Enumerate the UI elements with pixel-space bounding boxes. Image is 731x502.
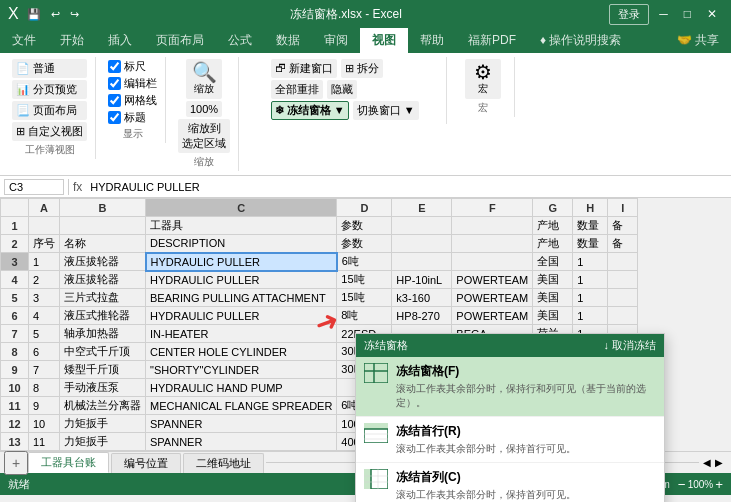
cell-1D[interactable]: 参数: [337, 217, 392, 235]
login-button[interactable]: 登录: [609, 4, 649, 25]
cell-6G[interactable]: 美国: [533, 307, 573, 325]
cell-2C[interactable]: DESCRIPTION: [146, 235, 337, 253]
save-quick-btn[interactable]: 💾: [23, 6, 45, 23]
close-button[interactable]: ✕: [701, 5, 723, 23]
redo-btn[interactable]: ↪: [66, 6, 83, 23]
row-header-4[interactable]: 4: [1, 271, 29, 289]
new-window-btn[interactable]: 🗗 新建窗口: [271, 59, 337, 78]
cell-8C[interactable]: CENTER HOLE CYLINDER: [146, 343, 337, 361]
row-header-7[interactable]: 7: [1, 325, 29, 343]
cell-11B[interactable]: 机械法兰分离器: [60, 397, 146, 415]
undo-btn[interactable]: ↩: [47, 6, 64, 23]
cell-6E[interactable]: HP8-270: [392, 307, 452, 325]
cell-3F[interactable]: [452, 253, 533, 271]
cell-6C[interactable]: HYDRAULIC PULLER: [146, 307, 337, 325]
tab-review[interactable]: 审阅: [312, 28, 360, 53]
cell-10B[interactable]: 手动液压泵: [60, 379, 146, 397]
cell-1E[interactable]: [392, 217, 452, 235]
col-header-E[interactable]: E: [392, 199, 452, 217]
cell-3D[interactable]: 6吨: [337, 253, 392, 271]
ruler-check[interactable]: 标尺: [108, 59, 157, 74]
scroll-left-btn[interactable]: ◀: [703, 457, 711, 468]
cell-2B[interactable]: 名称: [60, 235, 146, 253]
row-header-10[interactable]: 10: [1, 379, 29, 397]
cell-3H[interactable]: 1: [573, 253, 608, 271]
cell-2F[interactable]: [452, 235, 533, 253]
cell-11C[interactable]: MECHANICAL FLANGE SPREADER: [146, 397, 337, 415]
cell-12A[interactable]: 10: [29, 415, 60, 433]
sheet-tab-tools[interactable]: 工器具台账: [28, 452, 109, 473]
cell-5D[interactable]: 15吨: [337, 289, 392, 307]
cell-3I[interactable]: [608, 253, 638, 271]
zoom-btn[interactable]: 🔍 缩放: [186, 59, 222, 99]
cell-2D[interactable]: 参数: [337, 235, 392, 253]
cell-10A[interactable]: 8: [29, 379, 60, 397]
row-header-11[interactable]: 11: [1, 397, 29, 415]
row-header-3[interactable]: 3: [1, 253, 29, 271]
tab-formulas[interactable]: 公式: [216, 28, 264, 53]
cell-1A[interactable]: [29, 217, 60, 235]
cell-4A[interactable]: 2: [29, 271, 60, 289]
cell-1B[interactable]: [60, 217, 146, 235]
custom-view-btn[interactable]: ⊞ 自定义视图: [12, 122, 87, 141]
row-header-8[interactable]: 8: [1, 343, 29, 361]
row-header-9[interactable]: 9: [1, 361, 29, 379]
cell-9C[interactable]: "SHORTY"CYLINDER: [146, 361, 337, 379]
row-header-2[interactable]: 2: [1, 235, 29, 253]
cell-1I[interactable]: 备: [608, 217, 638, 235]
row-header-12[interactable]: 12: [1, 415, 29, 433]
cell-1F[interactable]: [452, 217, 533, 235]
col-header-H[interactable]: H: [573, 199, 608, 217]
cell-5A[interactable]: 3: [29, 289, 60, 307]
cell-1H[interactable]: 数量: [573, 217, 608, 235]
cell-3A[interactable]: 1: [29, 253, 60, 271]
zoom-selection-btn[interactable]: 缩放到选定区域: [178, 119, 230, 153]
cell-7C[interactable]: IN-HEATER: [146, 325, 337, 343]
cell-2I[interactable]: 备: [608, 235, 638, 253]
col-header-A[interactable]: A: [29, 199, 60, 217]
normal-view-btn[interactable]: 📄 普通: [12, 59, 87, 78]
cell-reference-input[interactable]: [4, 179, 64, 195]
cell-8B[interactable]: 中空式千斤顶: [60, 343, 146, 361]
tab-data[interactable]: 数据: [264, 28, 312, 53]
zoom-slider-area[interactable]: − 100% +: [678, 477, 723, 492]
share-btn[interactable]: 🤝 共享: [665, 28, 731, 53]
maximize-button[interactable]: □: [678, 5, 697, 23]
tab-home[interactable]: 开始: [48, 28, 96, 53]
cell-2E[interactable]: [392, 235, 452, 253]
row-header-13[interactable]: 13: [1, 433, 29, 451]
freeze-panes-btn[interactable]: ❄ 冻结窗格 ▼: [271, 101, 349, 120]
scroll-right-btn[interactable]: ▶: [715, 457, 723, 468]
gridline-check[interactable]: 网格线: [108, 93, 157, 108]
cell-4D[interactable]: 15吨: [337, 271, 392, 289]
dropdown-cancel[interactable]: ↓ 取消冻结: [603, 338, 656, 353]
cell-1C[interactable]: 工器具: [146, 217, 337, 235]
formula-input[interactable]: [86, 181, 727, 193]
col-header-B[interactable]: B: [60, 199, 146, 217]
cell-4H[interactable]: 1: [573, 271, 608, 289]
cell-3G[interactable]: 全国: [533, 253, 573, 271]
cell-12B[interactable]: 力矩扳手: [60, 415, 146, 433]
split-btn[interactable]: ⊞ 拆分: [341, 59, 383, 78]
cell-9A[interactable]: 7: [29, 361, 60, 379]
col-header-C[interactable]: C: [146, 199, 337, 217]
cell-3C[interactable]: HYDRAULIC PULLER: [146, 253, 337, 271]
cell-2A[interactable]: 序号: [29, 235, 60, 253]
cell-7A[interactable]: 5: [29, 325, 60, 343]
freeze-first-col-item[interactable]: 冻结首列(C) 滚动工作表其余部分时，保持首列可见。: [356, 463, 664, 502]
cell-5I[interactable]: [608, 289, 638, 307]
cell-7B[interactable]: 轴承加热器: [60, 325, 146, 343]
cell-2G[interactable]: 产地: [533, 235, 573, 253]
tab-search[interactable]: ♦ 操作说明搜索: [528, 28, 633, 53]
cell-4B[interactable]: 液压拔轮器: [60, 271, 146, 289]
zoom-out-btn[interactable]: −: [678, 477, 686, 492]
row-header-1[interactable]: 1: [1, 217, 29, 235]
switch-window-btn[interactable]: 切换窗口 ▼: [353, 101, 419, 120]
cell-4E[interactable]: HP-10inL: [392, 271, 452, 289]
cell-6I[interactable]: [608, 307, 638, 325]
tab-file[interactable]: 文件: [0, 28, 48, 53]
cell-4I[interactable]: [608, 271, 638, 289]
cell-5C[interactable]: BEARING PULLING ATTACHMENT: [146, 289, 337, 307]
cell-5B[interactable]: 三片式拉盘: [60, 289, 146, 307]
pagelayout-view-btn[interactable]: 📃 页面布局: [12, 101, 87, 120]
